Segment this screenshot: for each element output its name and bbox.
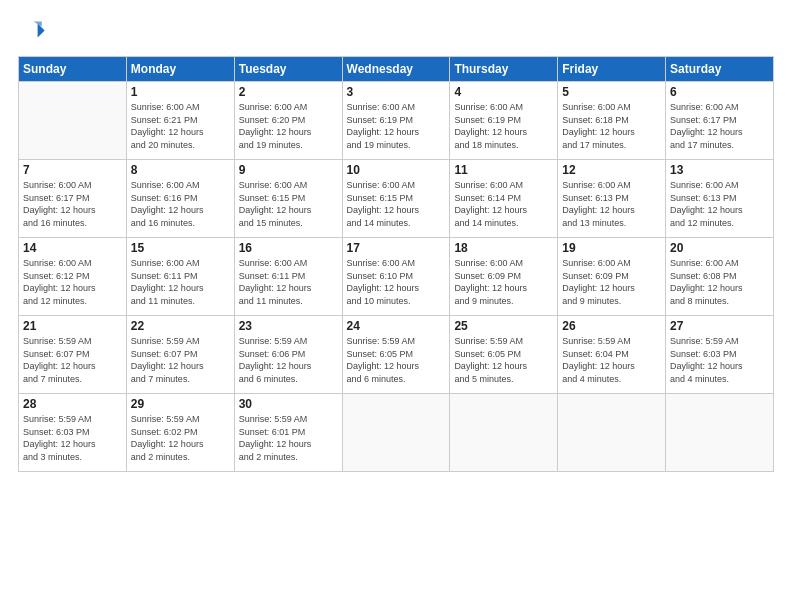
day-info: Sunrise: 6:00 AM Sunset: 6:14 PM Dayligh… bbox=[454, 179, 553, 229]
calendar-cell: 21Sunrise: 5:59 AM Sunset: 6:07 PM Dayli… bbox=[19, 316, 127, 394]
day-info: Sunrise: 6:00 AM Sunset: 6:15 PM Dayligh… bbox=[347, 179, 446, 229]
calendar-cell: 28Sunrise: 5:59 AM Sunset: 6:03 PM Dayli… bbox=[19, 394, 127, 472]
calendar-week-row: 1Sunrise: 6:00 AM Sunset: 6:21 PM Daylig… bbox=[19, 82, 774, 160]
day-number: 4 bbox=[454, 85, 553, 99]
day-number: 25 bbox=[454, 319, 553, 333]
day-info: Sunrise: 5:59 AM Sunset: 6:01 PM Dayligh… bbox=[239, 413, 338, 463]
day-info: Sunrise: 6:00 AM Sunset: 6:17 PM Dayligh… bbox=[670, 101, 769, 151]
day-of-week-header: Sunday bbox=[19, 57, 127, 82]
calendar-cell: 22Sunrise: 5:59 AM Sunset: 6:07 PM Dayli… bbox=[126, 316, 234, 394]
day-info: Sunrise: 6:00 AM Sunset: 6:20 PM Dayligh… bbox=[239, 101, 338, 151]
day-number: 27 bbox=[670, 319, 769, 333]
day-number: 1 bbox=[131, 85, 230, 99]
day-number: 24 bbox=[347, 319, 446, 333]
day-info: Sunrise: 6:00 AM Sunset: 6:11 PM Dayligh… bbox=[131, 257, 230, 307]
day-number: 6 bbox=[670, 85, 769, 99]
calendar-cell: 11Sunrise: 6:00 AM Sunset: 6:14 PM Dayli… bbox=[450, 160, 558, 238]
day-number: 30 bbox=[239, 397, 338, 411]
calendar-cell: 14Sunrise: 6:00 AM Sunset: 6:12 PM Dayli… bbox=[19, 238, 127, 316]
calendar-cell bbox=[558, 394, 666, 472]
calendar-cell: 15Sunrise: 6:00 AM Sunset: 6:11 PM Dayli… bbox=[126, 238, 234, 316]
day-info: Sunrise: 5:59 AM Sunset: 6:07 PM Dayligh… bbox=[23, 335, 122, 385]
day-number: 29 bbox=[131, 397, 230, 411]
calendar-cell: 8Sunrise: 6:00 AM Sunset: 6:16 PM Daylig… bbox=[126, 160, 234, 238]
calendar-cell: 23Sunrise: 5:59 AM Sunset: 6:06 PM Dayli… bbox=[234, 316, 342, 394]
day-info: Sunrise: 6:00 AM Sunset: 6:08 PM Dayligh… bbox=[670, 257, 769, 307]
calendar-cell: 7Sunrise: 6:00 AM Sunset: 6:17 PM Daylig… bbox=[19, 160, 127, 238]
day-number: 23 bbox=[239, 319, 338, 333]
day-number: 28 bbox=[23, 397, 122, 411]
day-number: 9 bbox=[239, 163, 338, 177]
calendar-week-row: 7Sunrise: 6:00 AM Sunset: 6:17 PM Daylig… bbox=[19, 160, 774, 238]
calendar-cell bbox=[342, 394, 450, 472]
day-info: Sunrise: 6:00 AM Sunset: 6:09 PM Dayligh… bbox=[562, 257, 661, 307]
header bbox=[18, 18, 774, 46]
calendar-cell: 19Sunrise: 6:00 AM Sunset: 6:09 PM Dayli… bbox=[558, 238, 666, 316]
calendar-cell: 25Sunrise: 5:59 AM Sunset: 6:05 PM Dayli… bbox=[450, 316, 558, 394]
calendar-cell bbox=[450, 394, 558, 472]
day-info: Sunrise: 6:00 AM Sunset: 6:18 PM Dayligh… bbox=[562, 101, 661, 151]
day-info: Sunrise: 6:00 AM Sunset: 6:11 PM Dayligh… bbox=[239, 257, 338, 307]
day-number: 19 bbox=[562, 241, 661, 255]
calendar-cell bbox=[19, 82, 127, 160]
day-number: 21 bbox=[23, 319, 122, 333]
calendar-week-row: 21Sunrise: 5:59 AM Sunset: 6:07 PM Dayli… bbox=[19, 316, 774, 394]
calendar-cell: 17Sunrise: 6:00 AM Sunset: 6:10 PM Dayli… bbox=[342, 238, 450, 316]
day-info: Sunrise: 6:00 AM Sunset: 6:17 PM Dayligh… bbox=[23, 179, 122, 229]
day-of-week-header: Monday bbox=[126, 57, 234, 82]
day-info: Sunrise: 5:59 AM Sunset: 6:04 PM Dayligh… bbox=[562, 335, 661, 385]
calendar-cell: 1Sunrise: 6:00 AM Sunset: 6:21 PM Daylig… bbox=[126, 82, 234, 160]
day-number: 12 bbox=[562, 163, 661, 177]
day-info: Sunrise: 6:00 AM Sunset: 6:10 PM Dayligh… bbox=[347, 257, 446, 307]
day-number: 11 bbox=[454, 163, 553, 177]
day-info: Sunrise: 5:59 AM Sunset: 6:07 PM Dayligh… bbox=[131, 335, 230, 385]
day-info: Sunrise: 5:59 AM Sunset: 6:06 PM Dayligh… bbox=[239, 335, 338, 385]
calendar-table: SundayMondayTuesdayWednesdayThursdayFrid… bbox=[18, 56, 774, 472]
calendar-cell: 10Sunrise: 6:00 AM Sunset: 6:15 PM Dayli… bbox=[342, 160, 450, 238]
calendar-cell: 12Sunrise: 6:00 AM Sunset: 6:13 PM Dayli… bbox=[558, 160, 666, 238]
calendar-header-row: SundayMondayTuesdayWednesdayThursdayFrid… bbox=[19, 57, 774, 82]
calendar-cell: 18Sunrise: 6:00 AM Sunset: 6:09 PM Dayli… bbox=[450, 238, 558, 316]
calendar-cell: 26Sunrise: 5:59 AM Sunset: 6:04 PM Dayli… bbox=[558, 316, 666, 394]
day-info: Sunrise: 6:00 AM Sunset: 6:21 PM Dayligh… bbox=[131, 101, 230, 151]
calendar-cell: 9Sunrise: 6:00 AM Sunset: 6:15 PM Daylig… bbox=[234, 160, 342, 238]
day-number: 13 bbox=[670, 163, 769, 177]
day-info: Sunrise: 5:59 AM Sunset: 6:05 PM Dayligh… bbox=[454, 335, 553, 385]
day-of-week-header: Thursday bbox=[450, 57, 558, 82]
day-number: 17 bbox=[347, 241, 446, 255]
calendar-cell: 24Sunrise: 5:59 AM Sunset: 6:05 PM Dayli… bbox=[342, 316, 450, 394]
calendar-week-row: 28Sunrise: 5:59 AM Sunset: 6:03 PM Dayli… bbox=[19, 394, 774, 472]
day-info: Sunrise: 5:59 AM Sunset: 6:03 PM Dayligh… bbox=[670, 335, 769, 385]
day-number: 20 bbox=[670, 241, 769, 255]
calendar-week-row: 14Sunrise: 6:00 AM Sunset: 6:12 PM Dayli… bbox=[19, 238, 774, 316]
calendar-cell: 3Sunrise: 6:00 AM Sunset: 6:19 PM Daylig… bbox=[342, 82, 450, 160]
logo bbox=[18, 18, 50, 46]
calendar-cell: 20Sunrise: 6:00 AM Sunset: 6:08 PM Dayli… bbox=[666, 238, 774, 316]
day-of-week-header: Wednesday bbox=[342, 57, 450, 82]
day-number: 5 bbox=[562, 85, 661, 99]
day-number: 14 bbox=[23, 241, 122, 255]
day-info: Sunrise: 6:00 AM Sunset: 6:12 PM Dayligh… bbox=[23, 257, 122, 307]
day-info: Sunrise: 5:59 AM Sunset: 6:03 PM Dayligh… bbox=[23, 413, 122, 463]
day-of-week-header: Saturday bbox=[666, 57, 774, 82]
day-info: Sunrise: 6:00 AM Sunset: 6:13 PM Dayligh… bbox=[562, 179, 661, 229]
day-number: 10 bbox=[347, 163, 446, 177]
day-number: 3 bbox=[347, 85, 446, 99]
calendar-cell: 2Sunrise: 6:00 AM Sunset: 6:20 PM Daylig… bbox=[234, 82, 342, 160]
logo-icon bbox=[18, 18, 46, 46]
calendar-cell: 29Sunrise: 5:59 AM Sunset: 6:02 PM Dayli… bbox=[126, 394, 234, 472]
calendar-cell: 4Sunrise: 6:00 AM Sunset: 6:19 PM Daylig… bbox=[450, 82, 558, 160]
day-of-week-header: Tuesday bbox=[234, 57, 342, 82]
day-info: Sunrise: 6:00 AM Sunset: 6:15 PM Dayligh… bbox=[239, 179, 338, 229]
day-number: 16 bbox=[239, 241, 338, 255]
day-info: Sunrise: 5:59 AM Sunset: 6:02 PM Dayligh… bbox=[131, 413, 230, 463]
day-number: 26 bbox=[562, 319, 661, 333]
svg-marker-1 bbox=[33, 22, 41, 27]
calendar-cell: 30Sunrise: 5:59 AM Sunset: 6:01 PM Dayli… bbox=[234, 394, 342, 472]
calendar-cell: 13Sunrise: 6:00 AM Sunset: 6:13 PM Dayli… bbox=[666, 160, 774, 238]
day-info: Sunrise: 6:00 AM Sunset: 6:19 PM Dayligh… bbox=[347, 101, 446, 151]
calendar-cell: 5Sunrise: 6:00 AM Sunset: 6:18 PM Daylig… bbox=[558, 82, 666, 160]
calendar-cell: 6Sunrise: 6:00 AM Sunset: 6:17 PM Daylig… bbox=[666, 82, 774, 160]
day-info: Sunrise: 6:00 AM Sunset: 6:19 PM Dayligh… bbox=[454, 101, 553, 151]
day-number: 2 bbox=[239, 85, 338, 99]
